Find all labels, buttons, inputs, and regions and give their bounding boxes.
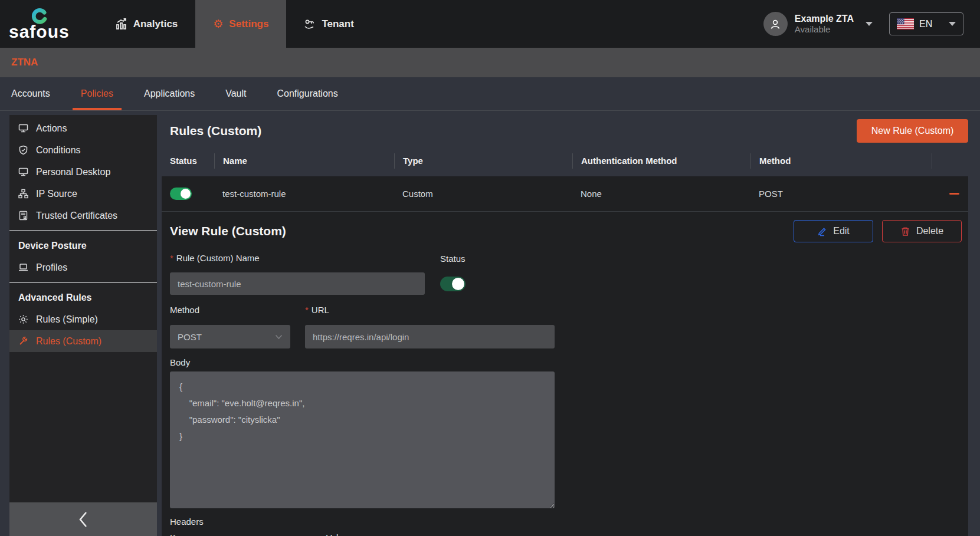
nav-tenant[interactable]: Tenant: [286, 0, 371, 48]
divider: [9, 282, 157, 283]
headers-label: Headers: [170, 517, 204, 527]
column-auth-method: Authentication Method: [572, 153, 750, 169]
sidebar-item-label: Rules (Custom): [36, 336, 101, 347]
nav-settings-label: Settings: [229, 18, 268, 30]
row-name: test-custom-rule: [214, 189, 394, 199]
tab-applications[interactable]: Applications: [144, 77, 195, 110]
edit-button[interactable]: Edit: [794, 220, 873, 242]
method-select[interactable]: POST: [170, 325, 290, 348]
nav-analytics-label: Analytics: [133, 18, 178, 30]
sidebar-item-actions[interactable]: Actions: [9, 117, 157, 139]
chevron-down-icon: [275, 334, 283, 340]
divider: [9, 230, 157, 231]
sidebar-item-label: Trusted Certificates: [36, 211, 117, 221]
logo-text: safous: [9, 23, 70, 41]
ztna-bar: ZTNA: [0, 48, 980, 77]
gear-icon: [18, 314, 28, 324]
user-menu[interactable]: Example ZTA Available: [763, 12, 873, 36]
name-status-labels: *Rule (Custom) Name Status: [170, 252, 962, 264]
monitor-icon: [18, 167, 28, 177]
toggle-knob: [181, 189, 191, 199]
sidebar-section-advanced-rules: Advanced Rules: [9, 287, 157, 308]
required-asterisk: *: [305, 305, 309, 315]
tab-accounts[interactable]: Accounts: [11, 77, 50, 110]
rules-panel: test-custom-rule Custom None POST View R…: [162, 176, 968, 536]
row-method: POST: [750, 189, 932, 199]
sidebar: Actions Conditions Personal Desktop: [9, 115, 157, 502]
safous-logo-mark: safous: [9, 8, 70, 41]
user-texts: Example ZTA Available: [795, 13, 854, 35]
sidebar-item-label: Rules (Simple): [36, 314, 98, 325]
row-auth-method: None: [572, 189, 750, 199]
tab-vault[interactable]: Vault: [225, 77, 246, 110]
language-code: EN: [919, 19, 932, 29]
laptop-icon: [18, 262, 28, 272]
app-window: safous Analytics ⚙ Settings: [0, 0, 980, 536]
method-label: Method: [170, 305, 305, 315]
view-rule-title: View Rule (Custom): [170, 224, 286, 238]
rule-name-label: *Rule (Custom) Name: [170, 253, 440, 264]
ztna-label: ZTNA: [11, 57, 38, 68]
sidebar-item-trusted-certificates[interactable]: Trusted Certificates: [9, 205, 157, 226]
shield-check-icon: [18, 145, 28, 155]
method-url-labels: Method *URL: [170, 304, 962, 316]
sidebar-item-rules-custom[interactable]: Rules (Custom): [9, 330, 157, 352]
status-label: Status: [440, 254, 466, 264]
column-type: Type: [394, 153, 572, 169]
language-selector[interactable]: EN: [889, 12, 963, 35]
body-textarea[interactable]: { "email": "eve.holt@reqres.in", "passwo…: [170, 371, 555, 508]
status-toggle[interactable]: [440, 277, 466, 291]
tab-configurations[interactable]: Configurations: [277, 77, 338, 110]
headers-label-row: Headers: [170, 515, 962, 527]
sidebar-item-profiles[interactable]: Profiles: [9, 257, 157, 278]
url-input[interactable]: [305, 325, 555, 348]
sidebar-section-device-posture: Device Posture: [9, 235, 157, 257]
tenant-key-icon: [304, 18, 316, 30]
method-url-fields: POST: [170, 325, 962, 348]
top-bar-right: Example ZTA Available: [763, 0, 980, 48]
toggle-knob: [452, 278, 464, 290]
sidebar-item-label: Personal Desktop: [36, 167, 110, 177]
page-title: Rules (Custom): [162, 124, 261, 138]
column-method: Method: [750, 153, 932, 169]
row-status-cell: [162, 188, 214, 200]
sidebar-item-conditions[interactable]: Conditions: [9, 139, 157, 161]
nav-tenant-label: Tenant: [322, 18, 353, 30]
sidebar-item-label: Conditions: [36, 145, 81, 156]
top-navigation: Analytics ⚙ Settings Tenant: [98, 0, 372, 48]
column-status: Status: [162, 153, 214, 169]
network-icon: [18, 189, 28, 199]
main-title-row: Rules (Custom) New Rule (Custom): [162, 119, 968, 143]
sidebar-item-personal-desktop[interactable]: Personal Desktop: [9, 161, 157, 183]
new-rule-button[interactable]: New Rule (Custom): [857, 119, 968, 143]
column-actions: [932, 153, 968, 169]
sidebar-item-rules-simple[interactable]: Rules (Simple): [9, 308, 157, 330]
main-panel: Rules (Custom) New Rule (Custom) Status …: [162, 111, 968, 536]
row-actions-cell: [932, 193, 968, 195]
column-name: Name: [214, 153, 394, 169]
chevron-down-icon: [866, 22, 873, 26]
body-label: Body: [170, 357, 190, 367]
tab-policies[interactable]: Policies: [81, 77, 113, 110]
delete-button-label: Delete: [916, 226, 943, 236]
sidebar-collapse-button[interactable]: [9, 502, 157, 536]
rule-status-toggle[interactable]: [170, 188, 192, 200]
chevron-down-icon: [949, 22, 956, 26]
collapse-row-button[interactable]: [949, 193, 959, 195]
nav-settings[interactable]: ⚙ Settings: [195, 0, 286, 48]
required-asterisk: *: [170, 253, 173, 263]
view-rule-section: View Rule (Custom) Edit: [162, 212, 968, 536]
table-row[interactable]: test-custom-rule Custom None POST: [162, 176, 968, 212]
rule-name-input[interactable]: [170, 272, 425, 295]
delete-button[interactable]: Delete: [882, 220, 962, 242]
wrench-icon: [18, 336, 28, 346]
safous-logo[interactable]: safous: [0, 0, 80, 48]
sidebar-item-label: Profiles: [36, 262, 67, 273]
pencil-icon: [817, 226, 827, 236]
gear-icon: ⚙: [213, 18, 223, 29]
user-status: Available: [795, 24, 854, 35]
nav-analytics[interactable]: Analytics: [98, 0, 196, 48]
method-select-value: POST: [178, 332, 202, 342]
trash-icon: [900, 226, 910, 236]
sidebar-item-ip-source[interactable]: IP Source: [9, 183, 157, 205]
